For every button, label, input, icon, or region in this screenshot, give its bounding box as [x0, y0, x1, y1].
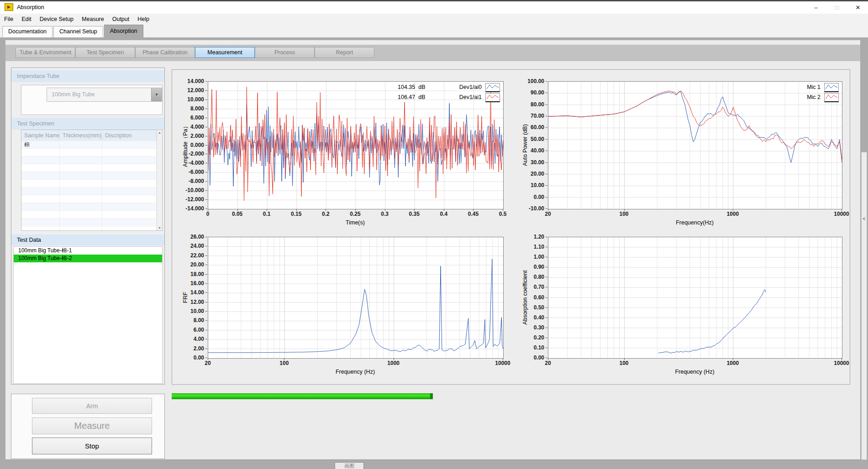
y-axis-label: FRF	[182, 292, 189, 302]
x-tick-label: 1000	[717, 211, 749, 217]
y-tick-mark	[205, 145, 207, 146]
menubar: FileEditDevice SetupMeasureOutputHelp	[0, 14, 868, 25]
maximize-button[interactable]: □	[826, 1, 847, 14]
table-row[interactable]	[21, 188, 162, 195]
y-tick-label: 26.00	[176, 234, 204, 240]
level-readout: 106.47 dB	[398, 94, 425, 100]
table-cell: 棉	[21, 141, 60, 148]
x-tick-mark	[473, 209, 473, 211]
menu-item-device-setup[interactable]: Device Setup	[36, 14, 78, 25]
table-row[interactable]	[21, 203, 162, 211]
sub-tab-tube-environment[interactable]: Tube & Environment	[16, 47, 75, 58]
labview-play-icon: ▶	[5, 3, 13, 11]
y-tick-label: 20.00	[176, 261, 204, 268]
table-row[interactable]	[21, 149, 162, 156]
sub-tab-process[interactable]: Process	[255, 47, 315, 58]
table-cell	[21, 149, 60, 156]
chart-frf-plot[interactable]	[208, 237, 504, 359]
y-tick-mark	[205, 208, 207, 209]
main-tab-channel-setup[interactable]: Channel Setup	[53, 26, 103, 37]
y-tick-mark	[546, 185, 547, 186]
stop-button[interactable]: Stop	[32, 438, 152, 454]
x-axis-label: Frequency (Hz)	[658, 369, 731, 375]
y-tick-label: 0.50	[516, 304, 544, 311]
x-tick-mark	[296, 209, 297, 211]
table-row[interactable]: 棉	[21, 141, 162, 149]
chevron-down-icon[interactable]: ▼	[151, 88, 162, 101]
legend-plot-icon[interactable]	[824, 83, 839, 92]
legend-plot-icon[interactable]	[485, 93, 500, 102]
x-tick-label: 20	[532, 360, 564, 366]
x-tick-label: 1000	[717, 360, 749, 366]
arm-button[interactable]: Arm	[32, 398, 152, 414]
side-splitter[interactable]: <	[861, 152, 867, 460]
y-tick-label: 14.00	[176, 289, 204, 296]
table-row[interactable]	[21, 180, 162, 188]
legend-line-sample	[825, 94, 838, 101]
table-cell	[102, 188, 157, 195]
x-tick-mark	[733, 209, 733, 211]
y-tick-label: 50.00	[516, 136, 544, 142]
legend-plot-icon[interactable]	[485, 83, 500, 92]
table-cell	[102, 156, 157, 164]
y-tick-mark	[546, 267, 547, 267]
sub-tab-phase-calibration[interactable]: Phase Calibration	[135, 47, 195, 58]
menu-item-output[interactable]: Output	[108, 14, 134, 25]
sub-tab-report[interactable]: Report	[315, 47, 374, 58]
sub-tab-test-specimen[interactable]: Test Specimen	[75, 47, 135, 58]
table-row[interactable]	[21, 156, 162, 164]
x-axis-label: Frequency (Hz)	[319, 369, 392, 375]
y-tick-label: 22.00	[176, 252, 204, 259]
legend-plot-icon[interactable]	[824, 93, 839, 102]
table-row[interactable]	[21, 172, 162, 180]
y-tick-label: 6.00	[176, 327, 204, 333]
bottom-tab-huitu[interactable]: 画图	[335, 462, 364, 469]
table-scrollbar[interactable]: ▲ ▼	[157, 130, 162, 230]
table-row[interactable]	[21, 226, 162, 231]
y-tick-label: 4.00	[176, 336, 204, 342]
x-tick-mark	[394, 358, 394, 360]
y-tick-label: 1.10	[516, 244, 544, 250]
close-button[interactable]: ✕	[847, 1, 868, 14]
minimize-button[interactable]: –	[805, 1, 826, 14]
collapse-left-icon[interactable]: <	[862, 216, 867, 221]
menu-item-help[interactable]: Help	[133, 14, 153, 25]
x-tick-label: 100	[268, 360, 300, 366]
legend-label: Dev1/ai0	[434, 83, 482, 91]
scroll-down-icon[interactable]: ▼	[157, 226, 162, 229]
y-tick-mark	[546, 104, 547, 105]
y-axis-label: Amplitude（Pa）	[182, 123, 189, 167]
table-cell	[102, 219, 157, 226]
table-cell	[102, 149, 157, 156]
x-tick-label: 0.45	[457, 211, 489, 217]
test-data-item[interactable]: 100mm Big Tube-棉-2	[14, 255, 162, 262]
measure-button[interactable]: Measure	[32, 417, 152, 434]
scroll-up-icon[interactable]: ▲	[157, 131, 162, 134]
table-row[interactable]	[21, 164, 162, 172]
table-cell	[60, 156, 102, 164]
menu-item-edit[interactable]: Edit	[17, 14, 36, 25]
impedance-tube-dropdown[interactable]: 100mm Big Tube ▼	[47, 88, 162, 102]
table-row[interactable]	[21, 211, 162, 219]
x-tick-mark	[444, 209, 444, 211]
legend-label: Dev1/ai1	[434, 93, 482, 101]
series-mic-2	[548, 91, 842, 162]
x-tick-mark	[208, 358, 208, 360]
y-tick-mark	[205, 154, 207, 154]
sub-tab-measurement[interactable]: Measurement	[195, 47, 255, 58]
y-tick-label: 70.00	[516, 113, 544, 119]
table-cell	[102, 180, 157, 187]
chart-absorption-coefficient-plot[interactable]	[548, 237, 842, 359]
main-tab-documentation[interactable]: Documentation	[2, 26, 53, 37]
x-tick-mark	[624, 358, 625, 360]
menu-item-measure[interactable]: Measure	[78, 14, 108, 25]
x-tick-mark	[733, 358, 733, 360]
x-tick-label: 0.3	[369, 211, 401, 217]
menu-item-file[interactable]: File	[0, 14, 17, 25]
x-tick-mark	[326, 209, 326, 211]
test-data-item[interactable]: 100mm Big Tube-棉-1	[14, 247, 162, 255]
x-tick-mark	[267, 209, 267, 211]
table-row[interactable]	[21, 195, 162, 203]
main-tab-absorption[interactable]: Absorption	[104, 25, 143, 37]
table-row[interactable]	[21, 219, 162, 226]
